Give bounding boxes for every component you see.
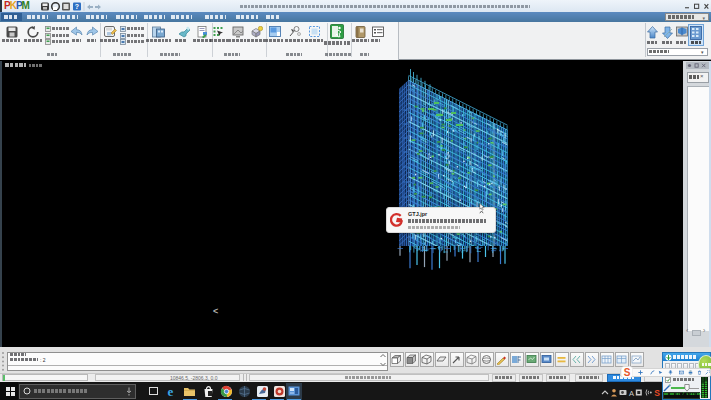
- svg-text:A: A: [629, 388, 634, 397]
- svg-text:e: e: [168, 385, 174, 398]
- svg-text:S: S: [654, 388, 660, 398]
- svg-text:?: ?: [75, 3, 79, 10]
- svg-text:S: S: [624, 367, 631, 378]
